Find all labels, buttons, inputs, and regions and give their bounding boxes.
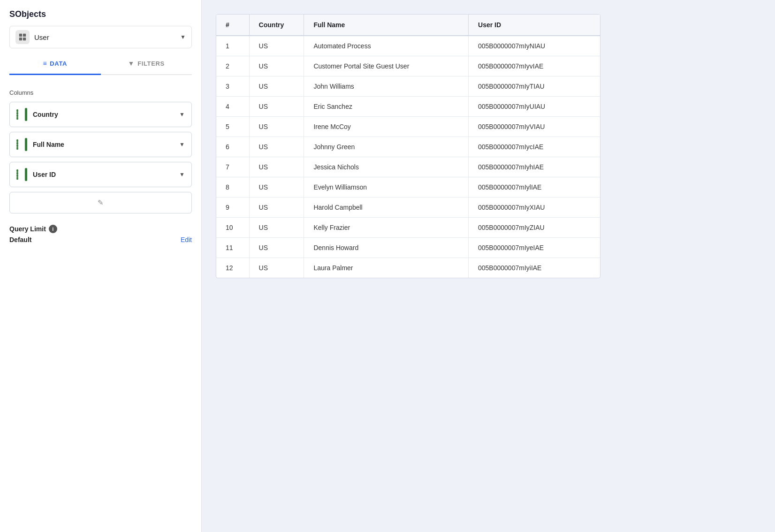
table-row: 1USAutomated Process005B0000007mIyNIAU xyxy=(216,36,600,56)
sidebar: SObjects User ▼ ≡ DATA ▼ FILTERS xyxy=(0,0,202,532)
cell-country: US xyxy=(249,36,304,56)
table-row: 9USHarold Campbell005B0000007mIyXIAU xyxy=(216,198,600,218)
cell-userid: 005B0000007mIycIAE xyxy=(469,137,600,157)
table-row: 4USEric Sanchez005B0000007mIyUIAU xyxy=(216,97,600,117)
cell-fullname: John Williams xyxy=(304,76,469,97)
svg-rect-2 xyxy=(19,38,22,40)
column-item-country[interactable]: Country ▼ xyxy=(9,102,192,127)
table-row: 3USJohn Williams005B0000007mIyTIAU xyxy=(216,76,600,97)
default-row: Default Edit xyxy=(9,236,192,243)
cell-num: 10 xyxy=(216,218,249,238)
table-row: 12USLaura Palmer005B0000007mIyiIAE xyxy=(216,258,600,278)
query-limit-label: Query Limit i xyxy=(9,225,57,233)
cell-fullname: Automated Process xyxy=(304,36,469,56)
cell-country: US xyxy=(249,56,304,76)
cell-userid: 005B0000007mIyXIAU xyxy=(469,198,600,218)
cell-fullname: Dennis Howard xyxy=(304,238,469,258)
cell-num: 8 xyxy=(216,177,249,198)
cell-country: US xyxy=(249,198,304,218)
column-name-country: Country xyxy=(33,111,179,118)
col-header-country: Country xyxy=(249,15,304,36)
cell-userid: 005B0000007mIyiIAE xyxy=(469,258,600,278)
table-header-row: # Country Full Name User ID xyxy=(216,15,600,36)
chevron-down-icon: ▼ xyxy=(180,34,186,40)
cell-country: US xyxy=(249,157,304,177)
columns-section-label: Columns xyxy=(9,89,192,96)
sobject-icon xyxy=(15,30,30,44)
table-row: 2USCustomer Portal Site Guest User005B00… xyxy=(216,56,600,76)
column-dropdown-fullname[interactable]: ▼ xyxy=(179,141,185,148)
tab-filters[interactable]: ▼ FILTERS xyxy=(101,53,192,75)
color-bar-fullname xyxy=(25,138,27,151)
cell-country: US xyxy=(249,117,304,137)
cell-country: US xyxy=(249,177,304,198)
cell-country: US xyxy=(249,238,304,258)
cell-userid: 005B0000007mIyVIAU xyxy=(469,117,600,137)
cell-userid: 005B0000007mIyNIAU xyxy=(469,36,600,56)
sobject-name: User xyxy=(34,33,175,41)
cell-userid: 005B0000007mIyUIAU xyxy=(469,97,600,117)
col-header-num: # xyxy=(216,15,249,36)
sobject-selector[interactable]: User ▼ xyxy=(9,26,192,48)
tab-bar: ≡ DATA ▼ FILTERS xyxy=(9,53,192,75)
drag-handle-fullname[interactable] xyxy=(16,139,20,150)
cell-fullname: Customer Portal Site Guest User xyxy=(304,56,469,76)
tab-data-label: DATA xyxy=(50,60,67,67)
add-column-area[interactable]: ✎ xyxy=(9,192,192,213)
data-table-wrapper: # Country Full Name User ID 1USAutomated… xyxy=(216,14,600,278)
cell-num: 1 xyxy=(216,36,249,56)
column-dropdown-userid[interactable]: ▼ xyxy=(179,171,185,178)
table-row: 11USDennis Howard005B0000007mIyeIAE xyxy=(216,238,600,258)
cell-fullname: Laura Palmer xyxy=(304,258,469,278)
filter-icon: ▼ xyxy=(128,60,135,67)
cell-fullname: Johnny Green xyxy=(304,137,469,157)
pencil-icon: ✎ xyxy=(98,198,104,207)
cell-num: 2 xyxy=(216,56,249,76)
cell-userid: 005B0000007mIylIAE xyxy=(469,177,600,198)
cell-num: 4 xyxy=(216,97,249,117)
cell-fullname: Eric Sanchez xyxy=(304,97,469,117)
cell-userid: 005B0000007mIyvIAE xyxy=(469,56,600,76)
tab-data[interactable]: ≡ DATA xyxy=(9,53,101,75)
column-item-fullname[interactable]: Full Name ▼ xyxy=(9,132,192,157)
drag-handle-country[interactable] xyxy=(16,109,20,120)
table-row: 5USIrene McCoy005B0000007mIyVIAU xyxy=(216,117,600,137)
cell-num: 5 xyxy=(216,117,249,137)
cell-userid: 005B0000007mIyTIAU xyxy=(469,76,600,97)
table-row: 7USJessica Nichols005B0000007mIyhIAE xyxy=(216,157,600,177)
table-row: 6USJohnny Green005B0000007mIycIAE xyxy=(216,137,600,157)
col-header-userid: User ID xyxy=(469,15,600,36)
drag-handle-userid[interactable] xyxy=(16,169,20,180)
cell-fullname: Kelly Frazier xyxy=(304,218,469,238)
color-bar-country xyxy=(25,108,27,121)
edit-link[interactable]: Edit xyxy=(181,236,192,243)
table-row: 8USEvelyn Williamson005B0000007mIylIAE xyxy=(216,177,600,198)
query-limit-row: Query Limit i xyxy=(9,225,192,233)
sidebar-title: SObjects xyxy=(9,9,192,19)
table-body: 1USAutomated Process005B0000007mIyNIAU2U… xyxy=(216,36,600,278)
query-limit-section: Query Limit i Default Edit xyxy=(9,225,192,243)
cell-num: 3 xyxy=(216,76,249,97)
svg-rect-3 xyxy=(23,38,26,40)
cell-num: 11 xyxy=(216,238,249,258)
cell-fullname: Irene McCoy xyxy=(304,117,469,137)
main-content: # Country Full Name User ID 1USAutomated… xyxy=(202,0,775,532)
cell-country: US xyxy=(249,137,304,157)
cell-num: 12 xyxy=(216,258,249,278)
cell-num: 6 xyxy=(216,137,249,157)
column-dropdown-country[interactable]: ▼ xyxy=(179,111,185,118)
svg-rect-1 xyxy=(23,34,26,37)
cell-country: US xyxy=(249,258,304,278)
cell-fullname: Evelyn Williamson xyxy=(304,177,469,198)
cell-country: US xyxy=(249,76,304,97)
cell-fullname: Harold Campbell xyxy=(304,198,469,218)
table-row: 10USKelly Frazier005B0000007mIyZIAU xyxy=(216,218,600,238)
cell-country: US xyxy=(249,218,304,238)
column-item-userid[interactable]: User ID ▼ xyxy=(9,162,192,187)
cell-num: 7 xyxy=(216,157,249,177)
cell-num: 9 xyxy=(216,198,249,218)
cell-userid: 005B0000007mIyhIAE xyxy=(469,157,600,177)
info-icon: i xyxy=(49,225,57,233)
column-name-userid: User ID xyxy=(33,171,179,178)
cell-userid: 005B0000007mIyeIAE xyxy=(469,238,600,258)
